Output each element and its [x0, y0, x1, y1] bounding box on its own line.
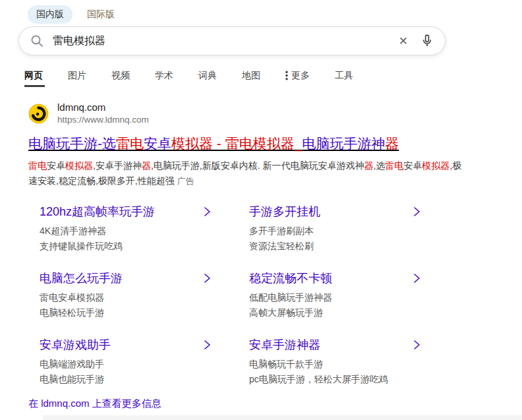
- sitelink: 安卓手游神器电脑畅玩千款手游pc电脑玩手游，轻松大屏手游吃鸡: [249, 337, 422, 386]
- nav-tab-视频[interactable]: 视频: [111, 70, 130, 80]
- sitelink-title-link[interactable]: 手游多开挂机: [249, 204, 320, 220]
- nav-tab-label: 词典: [198, 70, 217, 80]
- microphone-icon[interactable]: [420, 34, 434, 48]
- chevron-right-icon[interactable]: [202, 338, 212, 351]
- sitelink-title-row[interactable]: 手游多开挂机: [249, 204, 422, 220]
- sitelink-title-row[interactable]: 稳定流畅不卡顿: [249, 270, 422, 286]
- nav-tab-label: 图片: [68, 70, 86, 80]
- clear-icon[interactable]: ✕: [395, 33, 412, 49]
- search-result: ldmnq.com https://www.ldmnq.com 电脑玩手游-选雷…: [28, 101, 494, 410]
- nav-tab-图片[interactable]: 图片: [68, 70, 86, 80]
- site-url: https://www.ldmnq.com: [57, 113, 149, 126]
- nav-tab-学术[interactable]: 学术: [155, 70, 173, 80]
- nav-tab-label: 更多: [291, 70, 310, 80]
- text-segment: 器: [364, 160, 373, 171]
- search-icon[interactable]: [30, 34, 44, 47]
- search-results-page: 国内版 国际版 ✕ 网页图片视频学术词典地图更多工具: [0, 0, 522, 420]
- nav-tab-地图[interactable]: 地图: [242, 70, 260, 80]
- nav-tab-更多[interactable]: 更多: [285, 70, 310, 80]
- text-segment: 模拟器: [65, 160, 93, 171]
- sitelink-lines: 低配电脑玩手游神器高帧大屏畅玩手游: [249, 290, 422, 320]
- ad-label: 广告: [177, 176, 194, 186]
- sitelink-line: 低配电脑玩手游神器: [249, 290, 422, 305]
- sitelink-lines: 电脑端游戏助手电脑也能玩手游: [40, 357, 212, 386]
- sitelink-lines: 雷电安卓模拟器电脑轻松玩手游: [40, 290, 212, 320]
- sitelink-title-row[interactable]: 安卓游戏助手: [40, 337, 212, 353]
- chevron-right-icon[interactable]: [412, 272, 422, 285]
- sitelink-line: 电脑畅玩千款手游: [249, 357, 422, 372]
- next-section-edge: [43, 415, 522, 420]
- text-segment: 器: [142, 160, 151, 171]
- site-meta: ldmnq.com https://www.ldmnq.com: [57, 101, 149, 126]
- site-favicon-icon: [28, 104, 49, 124]
- tab-domestic-version[interactable]: 国内版: [28, 5, 72, 24]
- sitelink: 安卓游戏助手电脑端游戏助手电脑也能玩手游: [40, 337, 212, 386]
- sitelinks-grid: 120hz超高帧率玩手游4K超清手游神器支持键鼠操作玩吃鸡手游多开挂机多开手游刷…: [40, 204, 494, 386]
- text-segment: ,电脑玩手游,新版安卓内核. 新一代电脑玩安卓游戏神: [151, 160, 364, 171]
- chevron-right-icon[interactable]: [412, 205, 422, 218]
- sitelink-line: 高帧大屏畅玩手游: [249, 305, 422, 320]
- sitelink-line: 4K超清手游神器: [40, 224, 212, 239]
- chevron-right-icon[interactable]: [412, 338, 422, 351]
- version-tabs: 国内版 国际版: [28, 5, 115, 24]
- sitelink-title-link[interactable]: 电脑怎么玩手游: [40, 270, 123, 286]
- sitelink: 120hz超高帧率玩手游4K超清手游神器支持键鼠操作玩吃鸡: [40, 204, 212, 253]
- sitelink-line: 电脑轻松玩手游: [40, 305, 212, 320]
- nav-tab-词典[interactable]: 词典: [198, 70, 217, 80]
- sitelink-line: 支持键鼠操作玩吃鸡: [40, 239, 212, 254]
- text-segment: 电脑玩手游-选: [28, 136, 116, 151]
- sitelink-lines: 电脑畅玩千款手游pc电脑玩手游，轻松大屏手游吃鸡: [249, 357, 422, 386]
- search-input[interactable]: [53, 35, 395, 47]
- nav-tab-label: 视频: [111, 70, 130, 80]
- sitelink-line: 电脑也能玩手游: [40, 372, 212, 387]
- result-description: 雷电安卓模拟器,安卓手游神器,电脑玩手游,新版安卓内核. 新一代电脑玩安卓游戏神…: [28, 158, 469, 189]
- nav-tab-工具[interactable]: 工具: [335, 70, 353, 80]
- nav-tab-label: 地图: [242, 70, 260, 80]
- sitelink-title-link[interactable]: 安卓手游神器: [249, 337, 320, 353]
- sitelink-line: pc电脑玩手游，轻松大屏手游吃鸡: [249, 372, 422, 387]
- nav-tab-网页[interactable]: 网页: [24, 70, 43, 80]
- nav-tab-label: 学术: [155, 70, 173, 80]
- text-segment: 器: [385, 136, 399, 151]
- result-site-header[interactable]: ldmnq.com https://www.ldmnq.com: [28, 101, 494, 126]
- sitelink-title-link[interactable]: 稳定流畅不卡顿: [249, 270, 332, 286]
- text-segment: 雷电: [28, 160, 47, 171]
- nav-tab-label: 工具: [335, 70, 353, 80]
- text-segment: 模拟器: [422, 160, 450, 171]
- text-segment: 安卓: [144, 136, 171, 151]
- sitelink-title-link[interactable]: 安卓游戏助手: [40, 337, 111, 353]
- sitelink-line: 多开手游刷副本: [249, 224, 422, 239]
- sitelink-title-row[interactable]: 电脑怎么玩手游: [40, 270, 212, 286]
- sitelink: 手游多开挂机多开手游刷副本资源法宝轻松刷: [249, 204, 422, 253]
- text-segment: 雷电: [116, 136, 144, 151]
- more-info-link[interactable]: 在 ldmnq.com 上查看更多信息: [28, 398, 494, 410]
- sitelink-line: 雷电安卓模拟器: [40, 290, 212, 305]
- text-segment: ,选: [373, 160, 385, 171]
- sitelink-title-row[interactable]: 120hz超高帧率玩手游: [40, 204, 212, 220]
- tab-international-version[interactable]: 国际版: [87, 5, 115, 24]
- sitelink: 电脑怎么玩手游雷电安卓模拟器电脑轻松玩手游: [40, 270, 212, 320]
- sitelink: 稳定流畅不卡顿低配电脑玩手游神器高帧大屏畅玩手游: [249, 270, 422, 320]
- site-name: ldmnq.com: [57, 101, 149, 113]
- results-nav: 网页图片视频学术词典地图更多工具: [24, 70, 378, 80]
- text-segment: ,安卓手游神: [93, 160, 142, 171]
- sitelink-line: 资源法宝轻松刷: [249, 239, 422, 254]
- text-segment: 安卓: [403, 160, 422, 171]
- text-segment: 安卓: [47, 160, 65, 171]
- sitelink-lines: 4K超清手游神器支持键鼠操作玩吃鸡: [40, 224, 212, 253]
- chevron-right-icon[interactable]: [202, 272, 212, 285]
- sitelink-title-link[interactable]: 120hz超高帧率玩手游: [40, 204, 155, 220]
- nav-tab-label: 网页: [24, 70, 43, 80]
- result-title-link[interactable]: 电脑玩手游-选雷电安卓模拟器 - 雷电模拟器_电脑玩手游神器: [28, 135, 470, 152]
- chevron-right-icon[interactable]: [202, 205, 212, 218]
- search-bar: ✕: [18, 26, 446, 55]
- text-segment: 电脑玩手游神: [302, 136, 385, 151]
- sitelink-line: 电脑端游戏助手: [40, 357, 212, 372]
- text-segment: 雷电: [385, 160, 403, 171]
- text-segment: 模拟器 - 雷电模拟器_: [171, 136, 302, 151]
- sitelink-lines: 多开手游刷副本资源法宝轻松刷: [249, 224, 422, 253]
- sitelink-title-row[interactable]: 安卓手游神器: [249, 337, 422, 353]
- vertical-dots-icon: [285, 71, 288, 80]
